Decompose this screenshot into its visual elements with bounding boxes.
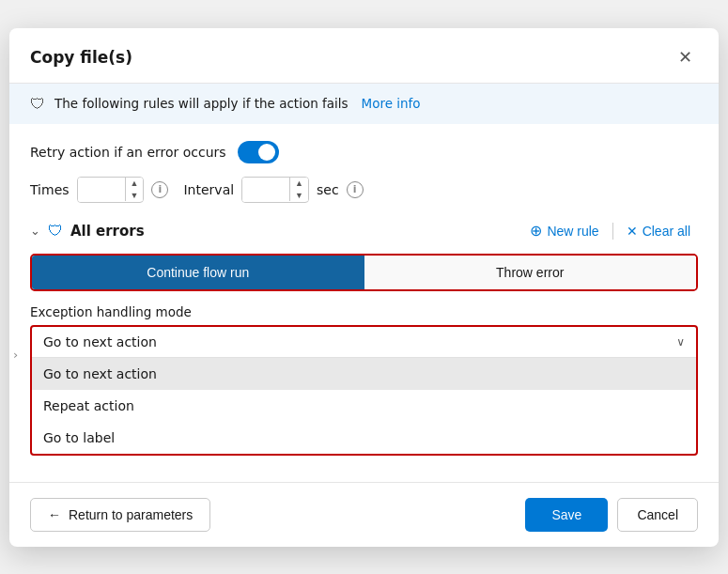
tab-switcher: Continue flow run Throw error xyxy=(30,254,698,291)
dropdown-selected[interactable]: Go to next action ∨ xyxy=(32,327,696,357)
interval-spin-btns: ▲ ▼ xyxy=(289,178,308,202)
close-button[interactable]: ✕ xyxy=(673,45,698,70)
interval-info-icon: i xyxy=(347,181,364,198)
interval-unit: sec xyxy=(317,182,339,197)
times-spin-btns: ▲ ▼ xyxy=(125,178,144,202)
dialog-body: Retry action if an error occurs Times 1 … xyxy=(9,124,719,465)
retry-row: Retry action if an error occurs xyxy=(30,141,698,163)
times-interval-row: Times 1 ▲ ▼ i Interval 2 ▲ ▼ xyxy=(30,177,698,203)
times-increment[interactable]: ▲ xyxy=(126,178,144,190)
times-label: Times xyxy=(30,182,70,197)
x-icon: ✕ xyxy=(627,224,638,239)
info-banner: 🛡 The following rules will apply if the … xyxy=(9,84,719,124)
section-content: › Continue flow run Throw error Exceptio… xyxy=(30,254,698,456)
times-input[interactable]: 1 xyxy=(78,178,125,202)
banner-text: The following rules will apply if the ac… xyxy=(54,96,349,111)
cancel-button[interactable]: Cancel xyxy=(617,498,698,532)
return-to-parameters-button[interactable]: ← Return to parameters xyxy=(30,498,210,532)
divider xyxy=(612,223,613,240)
shield-icon: 🛡 xyxy=(30,95,45,113)
save-button[interactable]: Save xyxy=(525,498,608,532)
dialog-title: Copy file(s) xyxy=(30,48,132,67)
throw-error-tab[interactable]: Throw error xyxy=(364,256,697,289)
clear-all-button[interactable]: ✕ Clear all xyxy=(619,220,698,242)
dropdown-item-repeat[interactable]: Repeat action xyxy=(32,390,696,422)
clear-all-label: Clear all xyxy=(643,224,690,239)
interval-input-wrap: 2 ▲ ▼ xyxy=(241,177,309,203)
section-title: All errors xyxy=(70,223,145,240)
interval-decrement[interactable]: ▼ xyxy=(290,190,308,202)
new-rule-label: New rule xyxy=(547,224,598,239)
new-rule-button[interactable]: ⊕ New rule xyxy=(522,220,606,242)
dialog-footer: ← Return to parameters Save Cancel xyxy=(9,482,719,547)
collapse-arrow-icon[interactable]: › xyxy=(13,348,18,362)
continue-flow-tab[interactable]: Continue flow run xyxy=(32,256,364,289)
plus-icon: ⊕ xyxy=(530,224,542,239)
retry-toggle[interactable] xyxy=(238,141,279,163)
interval-input[interactable]: 2 xyxy=(242,178,289,202)
exception-dropdown[interactable]: Go to next action ∨ Go to next action Re… xyxy=(30,325,698,456)
copy-files-dialog: Copy file(s) ✕ 🛡 The following rules wil… xyxy=(9,28,719,547)
dropdown-list: Go to next action Repeat action Go to la… xyxy=(32,357,696,454)
retry-label: Retry action if an error occurs xyxy=(30,145,226,160)
toggle-slider xyxy=(238,141,279,163)
chevron-down-icon[interactable]: ⌄ xyxy=(30,224,40,238)
chevron-down-icon: ∨ xyxy=(676,335,685,349)
more-info-link[interactable]: More info xyxy=(362,96,421,111)
arrow-left-icon: ← xyxy=(48,507,61,522)
section-header: ⌄ 🛡 All errors ⊕ New rule ✕ Clear all xyxy=(30,220,698,242)
dropdown-item-go-next[interactable]: Go to next action xyxy=(32,358,696,390)
times-info-icon: i xyxy=(151,181,168,198)
times-decrement[interactable]: ▼ xyxy=(126,190,144,202)
dropdown-value: Go to next action xyxy=(43,334,157,349)
interval-field: Interval 2 ▲ ▼ sec i xyxy=(183,177,363,203)
section-shield-icon: 🛡 xyxy=(48,222,63,240)
section-actions: ⊕ New rule ✕ Clear all xyxy=(522,220,698,242)
times-field: Times 1 ▲ ▼ i xyxy=(30,177,168,203)
footer-right: Save Cancel xyxy=(525,498,698,532)
return-label: Return to parameters xyxy=(69,507,193,522)
dropdown-item-go-label[interactable]: Go to label xyxy=(32,422,696,454)
interval-increment[interactable]: ▲ xyxy=(290,178,308,190)
section-left: ⌄ 🛡 All errors xyxy=(30,222,145,240)
exception-label: Exception handling mode xyxy=(30,304,698,319)
times-input-wrap: 1 ▲ ▼ xyxy=(77,177,145,203)
interval-label: Interval xyxy=(183,182,234,197)
dialog-header: Copy file(s) ✕ xyxy=(9,28,719,84)
